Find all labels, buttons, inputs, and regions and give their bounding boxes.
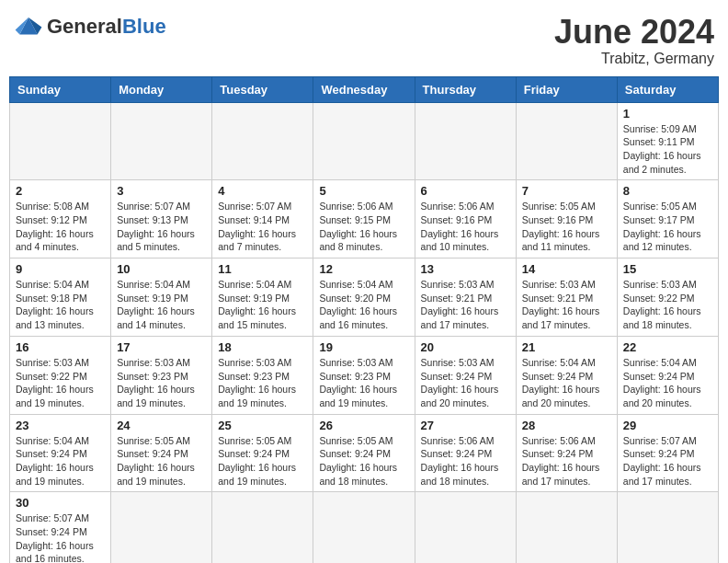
day-info: Sunrise: 5:07 AMSunset: 9:14 PMDaylight:…	[218, 200, 307, 254]
day-number: 2	[16, 184, 105, 198]
calendar-cell	[516, 492, 617, 563]
day-number: 15	[623, 262, 712, 276]
calendar-cell: 14Sunrise: 5:03 AMSunset: 9:21 PMDayligh…	[516, 259, 617, 337]
calendar-cell: 6Sunrise: 5:06 AMSunset: 9:16 PMDaylight…	[415, 180, 516, 259]
week-row: 23Sunrise: 5:04 AMSunset: 9:24 PMDayligh…	[10, 414, 719, 492]
calendar-cell: 9Sunrise: 5:04 AMSunset: 9:18 PMDaylight…	[10, 259, 111, 337]
day-number: 10	[117, 262, 206, 276]
day-number: 22	[623, 340, 712, 354]
calendar-cell	[313, 492, 415, 563]
logo-icon	[14, 14, 43, 40]
day-number: 13	[421, 262, 510, 276]
day-info: Sunrise: 5:06 AMSunset: 9:24 PMDaylight:…	[522, 434, 611, 488]
day-info: Sunrise: 5:03 AMSunset: 9:21 PMDaylight:…	[522, 278, 611, 332]
calendar-cell: 7Sunrise: 5:05 AMSunset: 9:16 PMDaylight…	[516, 180, 617, 259]
weekday-header: Monday	[111, 76, 212, 102]
day-number: 14	[522, 262, 611, 276]
day-number: 7	[522, 184, 611, 198]
day-info: Sunrise: 5:03 AMSunset: 9:22 PMDaylight:…	[623, 278, 712, 332]
day-info: Sunrise: 5:03 AMSunset: 9:23 PMDaylight:…	[117, 356, 206, 410]
weekday-header: Saturday	[617, 76, 718, 102]
calendar-cell	[617, 492, 718, 563]
calendar-cell: 12Sunrise: 5:04 AMSunset: 9:20 PMDayligh…	[313, 259, 415, 337]
day-number: 5	[319, 184, 408, 198]
day-number: 30	[16, 496, 105, 510]
calendar-cell: 4Sunrise: 5:07 AMSunset: 9:14 PMDaylight…	[212, 180, 313, 259]
day-info: Sunrise: 5:03 AMSunset: 9:23 PMDaylight:…	[218, 356, 307, 410]
calendar-cell: 23Sunrise: 5:04 AMSunset: 9:24 PMDayligh…	[10, 414, 111, 492]
calendar-cell: 1Sunrise: 5:09 AMSunset: 9:11 PMDaylight…	[617, 102, 718, 180]
weekday-header: Tuesday	[212, 76, 313, 102]
day-number: 11	[218, 262, 307, 276]
day-number: 17	[117, 340, 206, 354]
calendar-cell: 13Sunrise: 5:03 AMSunset: 9:21 PMDayligh…	[415, 259, 516, 337]
day-number: 16	[16, 340, 105, 354]
location-subtitle: Trabitz, Germany	[554, 51, 714, 67]
day-info: Sunrise: 5:04 AMSunset: 9:24 PMDaylight:…	[522, 356, 611, 410]
day-number: 18	[218, 340, 307, 354]
calendar-cell: 2Sunrise: 5:08 AMSunset: 9:12 PMDaylight…	[10, 180, 111, 259]
day-info: Sunrise: 5:03 AMSunset: 9:24 PMDaylight:…	[421, 356, 510, 410]
calendar-cell: 3Sunrise: 5:07 AMSunset: 9:13 PMDaylight…	[111, 180, 212, 259]
day-info: Sunrise: 5:06 AMSunset: 9:24 PMDaylight:…	[421, 434, 510, 488]
day-info: Sunrise: 5:05 AMSunset: 9:24 PMDaylight:…	[319, 434, 408, 488]
day-number: 6	[421, 184, 510, 198]
logo-text: GeneralBlue	[47, 15, 166, 39]
day-info: Sunrise: 5:04 AMSunset: 9:19 PMDaylight:…	[218, 278, 307, 332]
calendar-cell: 11Sunrise: 5:04 AMSunset: 9:19 PMDayligh…	[212, 259, 313, 337]
week-row: 30Sunrise: 5:07 AMSunset: 9:24 PMDayligh…	[10, 492, 719, 563]
day-info: Sunrise: 5:09 AMSunset: 9:11 PMDaylight:…	[623, 122, 712, 177]
weekday-header: Thursday	[415, 76, 516, 102]
day-info: Sunrise: 5:04 AMSunset: 9:24 PMDaylight:…	[623, 356, 712, 410]
day-number: 19	[319, 340, 408, 354]
week-row: 1Sunrise: 5:09 AMSunset: 9:11 PMDaylight…	[10, 102, 719, 180]
day-info: Sunrise: 5:05 AMSunset: 9:24 PMDaylight:…	[218, 434, 307, 488]
weekday-header: Sunday	[10, 76, 111, 102]
calendar-cell: 26Sunrise: 5:05 AMSunset: 9:24 PMDayligh…	[313, 414, 415, 492]
day-number: 8	[623, 184, 712, 198]
day-number: 4	[218, 184, 307, 198]
day-info: Sunrise: 5:04 AMSunset: 9:24 PMDaylight:…	[16, 434, 105, 488]
calendar-cell: 20Sunrise: 5:03 AMSunset: 9:24 PMDayligh…	[415, 336, 516, 414]
day-info: Sunrise: 5:07 AMSunset: 9:24 PMDaylight:…	[16, 511, 105, 563]
day-number: 25	[218, 419, 307, 432]
day-info: Sunrise: 5:05 AMSunset: 9:24 PMDaylight:…	[117, 434, 206, 488]
logo: GeneralBlue	[14, 14, 166, 40]
weekday-header: Wednesday	[313, 76, 415, 102]
calendar-cell	[212, 102, 313, 180]
day-info: Sunrise: 5:03 AMSunset: 9:21 PMDaylight:…	[421, 278, 510, 332]
calendar-cell	[516, 102, 617, 180]
calendar-cell	[111, 102, 212, 180]
day-number: 9	[16, 262, 105, 276]
day-number: 23	[16, 419, 105, 432]
calendar-cell	[212, 492, 313, 563]
day-info: Sunrise: 5:07 AMSunset: 9:13 PMDaylight:…	[117, 200, 206, 254]
day-info: Sunrise: 5:07 AMSunset: 9:24 PMDaylight:…	[623, 434, 712, 488]
calendar-cell: 17Sunrise: 5:03 AMSunset: 9:23 PMDayligh…	[111, 336, 212, 414]
calendar-cell	[415, 102, 516, 180]
day-info: Sunrise: 5:05 AMSunset: 9:16 PMDaylight:…	[522, 200, 611, 254]
calendar-cell: 21Sunrise: 5:04 AMSunset: 9:24 PMDayligh…	[516, 336, 617, 414]
week-row: 2Sunrise: 5:08 AMSunset: 9:12 PMDaylight…	[10, 180, 719, 259]
weekday-header: Friday	[516, 76, 617, 102]
calendar-cell: 27Sunrise: 5:06 AMSunset: 9:24 PMDayligh…	[415, 414, 516, 492]
day-number: 26	[319, 419, 408, 432]
day-number: 21	[522, 340, 611, 354]
page-header: GeneralBlue June 2024 Trabitz, Germany	[9, 9, 719, 67]
calendar-cell: 15Sunrise: 5:03 AMSunset: 9:22 PMDayligh…	[617, 259, 718, 337]
day-info: Sunrise: 5:06 AMSunset: 9:16 PMDaylight:…	[421, 200, 510, 254]
day-info: Sunrise: 5:03 AMSunset: 9:23 PMDaylight:…	[319, 356, 408, 410]
day-info: Sunrise: 5:04 AMSunset: 9:18 PMDaylight:…	[16, 278, 105, 332]
day-info: Sunrise: 5:05 AMSunset: 9:17 PMDaylight:…	[623, 200, 712, 254]
day-info: Sunrise: 5:04 AMSunset: 9:19 PMDaylight:…	[117, 278, 206, 332]
calendar-cell	[10, 102, 111, 180]
weekday-header-row: SundayMondayTuesdayWednesdayThursdayFrid…	[10, 76, 719, 102]
day-number: 12	[319, 262, 408, 276]
week-row: 9Sunrise: 5:04 AMSunset: 9:18 PMDaylight…	[10, 259, 719, 337]
day-number: 3	[117, 184, 206, 198]
day-info: Sunrise: 5:06 AMSunset: 9:15 PMDaylight:…	[319, 200, 408, 254]
calendar-cell: 22Sunrise: 5:04 AMSunset: 9:24 PMDayligh…	[617, 336, 718, 414]
calendar-cell: 18Sunrise: 5:03 AMSunset: 9:23 PMDayligh…	[212, 336, 313, 414]
day-number: 1	[623, 107, 712, 121]
calendar-table: SundayMondayTuesdayWednesdayThursdayFrid…	[9, 76, 719, 563]
